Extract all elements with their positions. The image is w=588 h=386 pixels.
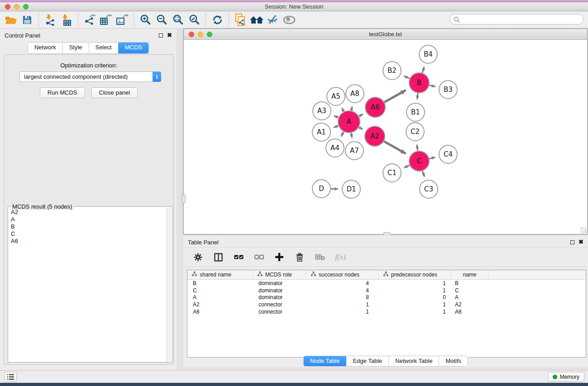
column-header-predecessor-nodes[interactable]: predecessor nodes xyxy=(379,270,451,279)
mcds-result-item[interactable]: B xyxy=(11,223,166,230)
table-row[interactable]: A2connector11A2 xyxy=(187,301,586,308)
home-icon[interactable] xyxy=(249,13,265,27)
memory-button[interactable]: Memory xyxy=(548,372,584,382)
node-C2[interactable]: C2 xyxy=(406,123,424,141)
node-B2[interactable]: B2 xyxy=(383,62,401,80)
export-image-icon[interactable] xyxy=(114,13,130,27)
column-header-successor-nodes[interactable]: successor nodes xyxy=(306,270,379,279)
mcds-result-item[interactable]: A6 xyxy=(11,238,166,245)
edge-A6-B[interactable] xyxy=(384,91,406,102)
table-row[interactable]: A6connector11A6 xyxy=(187,308,586,315)
criterion-dropdown[interactable]: largest connected component (directed) ▲… xyxy=(19,71,161,82)
node-A1[interactable]: A1 xyxy=(312,123,330,141)
clone-network-icon[interactable] xyxy=(232,13,249,27)
node-B1[interactable]: B1 xyxy=(406,103,425,121)
run-mcds-button[interactable]: Run MCDS xyxy=(40,87,85,98)
tab-mcds[interactable]: MCDS xyxy=(118,42,149,54)
splitter-handle-left[interactable] xyxy=(182,195,186,203)
float-table-panel-icon[interactable] xyxy=(570,240,574,244)
edge-A2-C[interactable] xyxy=(384,141,406,153)
import-table-icon[interactable] xyxy=(58,13,75,27)
edge-A-A3[interactable] xyxy=(334,116,339,118)
tab-network[interactable]: Network xyxy=(28,43,63,53)
close-panel-button[interactable]: Close panel xyxy=(91,87,138,98)
node-C1[interactable]: C1 xyxy=(383,164,401,182)
mcds-result-item[interactable]: A2 xyxy=(11,209,166,216)
column-visibility-icon[interactable] xyxy=(210,250,226,264)
delete-table-icon[interactable] xyxy=(312,250,328,264)
table-row[interactable]: Adominator80A xyxy=(187,294,586,301)
column-header-name[interactable]: name xyxy=(451,270,488,279)
node-B[interactable]: B xyxy=(409,73,429,93)
apply-function-icon[interactable]: f(x) xyxy=(332,250,349,264)
edge-B-B2[interactable] xyxy=(404,76,410,79)
tab-motifs[interactable]: Motifs xyxy=(439,356,468,366)
node-A[interactable]: A xyxy=(338,111,360,133)
edge-A-A6[interactable] xyxy=(359,114,363,116)
node-table[interactable]: shared nameMCDS rolesuccessor nodesprede… xyxy=(187,270,586,357)
show-graphics-icon[interactable] xyxy=(281,13,297,27)
table-row[interactable]: Bdominator41B xyxy=(187,280,586,287)
delete-row-icon[interactable] xyxy=(292,250,308,264)
export-table-icon[interactable] xyxy=(98,13,114,27)
zoom-selected-icon[interactable] xyxy=(186,13,202,27)
zoom-out-icon[interactable] xyxy=(153,13,170,27)
mcds-result-item[interactable]: A xyxy=(11,216,166,223)
select-all-rows-icon[interactable] xyxy=(230,250,247,264)
tab-node-table[interactable]: Node Table xyxy=(303,356,347,367)
search-field[interactable] xyxy=(449,14,583,24)
add-row-icon[interactable] xyxy=(271,250,287,264)
edge-B-B1[interactable] xyxy=(417,93,418,99)
node-B4[interactable]: B4 xyxy=(419,45,437,63)
float-panel-icon[interactable] xyxy=(159,33,163,38)
edge-A-A4[interactable] xyxy=(341,132,344,136)
task-history-button[interactable] xyxy=(4,372,17,382)
tab-network-table[interactable]: Network Table xyxy=(389,356,439,366)
edge-A-A8[interactable] xyxy=(351,106,352,110)
node-D1[interactable]: D1 xyxy=(342,180,360,198)
save-session-icon[interactable] xyxy=(19,13,35,27)
node-C4[interactable]: C4 xyxy=(439,145,457,163)
tab-edge-table[interactable]: Edge Table xyxy=(346,356,389,366)
edge-C-C3[interactable] xyxy=(422,171,424,177)
edge-C-C1[interactable] xyxy=(404,165,410,167)
edge-A-A1[interactable] xyxy=(334,126,339,128)
node-D[interactable]: D xyxy=(312,180,330,198)
network-canvas[interactable]: AA1A2A3A4A5A6A7A8BB1B2B3B4CC1C2C3C4DD1 xyxy=(184,40,587,234)
node-A7[interactable]: A7 xyxy=(345,142,363,160)
refresh-layout-icon[interactable] xyxy=(209,13,225,27)
close-panel-icon[interactable]: ✖ xyxy=(167,33,172,38)
edge-C-C2[interactable] xyxy=(417,145,418,151)
result-scrollbar[interactable] xyxy=(167,207,172,362)
node-A8[interactable]: A8 xyxy=(346,85,364,103)
zoom-in-icon[interactable] xyxy=(137,13,153,27)
tab-style[interactable]: Style xyxy=(63,43,89,53)
node-B3[interactable]: B3 xyxy=(439,81,457,99)
deselect-all-rows-icon[interactable] xyxy=(251,250,267,264)
column-header-MCDS-role[interactable]: MCDS role xyxy=(253,270,306,279)
table-settings-icon[interactable] xyxy=(190,250,206,264)
resize-grip[interactable] xyxy=(580,227,587,234)
node-C[interactable]: C xyxy=(409,151,429,171)
open-session-icon[interactable] xyxy=(3,13,19,27)
node-C3[interactable]: C3 xyxy=(420,180,438,198)
node-A6[interactable]: A6 xyxy=(365,97,385,117)
edge-A-A5[interactable] xyxy=(342,108,344,112)
mcds-result-item[interactable]: C xyxy=(11,230,166,238)
edge-A-A2[interactable] xyxy=(359,127,363,129)
node-A2[interactable]: A2 xyxy=(365,126,385,146)
table-row[interactable]: Cdominator41C xyxy=(187,287,586,294)
zoom-fit-icon[interactable] xyxy=(170,13,186,27)
edge-C-C4[interactable] xyxy=(429,157,435,159)
edge-B-B4[interactable] xyxy=(422,67,424,73)
column-header-shared-name[interactable]: shared name xyxy=(187,270,253,279)
search-input[interactable] xyxy=(462,15,583,24)
export-network-icon[interactable] xyxy=(81,13,98,27)
node-A5[interactable]: A5 xyxy=(327,87,345,105)
hide-graphics-icon[interactable] xyxy=(265,13,281,27)
import-network-icon[interactable] xyxy=(42,13,58,27)
node-A4[interactable]: A4 xyxy=(326,139,344,157)
edge-A-A7[interactable] xyxy=(351,133,352,138)
close-table-panel-icon[interactable]: ✖ xyxy=(578,240,583,244)
node-A3[interactable]: A3 xyxy=(313,102,331,120)
